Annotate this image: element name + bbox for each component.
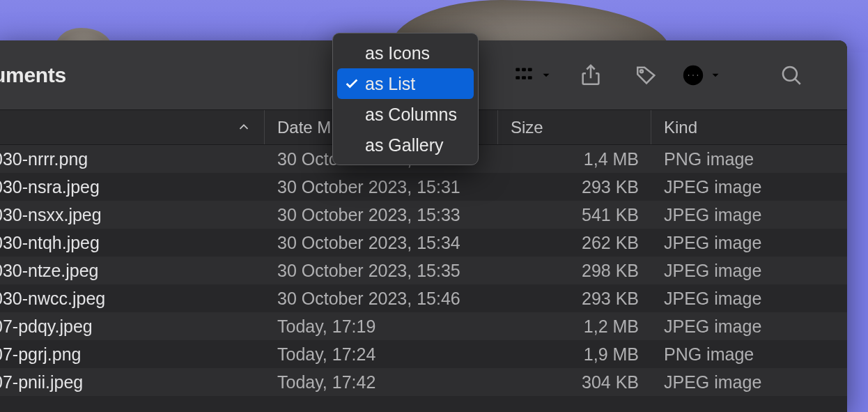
file-size: 293 KB <box>498 289 651 309</box>
file-kind: JPEG image <box>651 261 847 281</box>
file-date: 30 October 2023, 15:33 <box>265 205 498 225</box>
file-kind: JPEG image <box>651 205 847 225</box>
share-icon <box>579 63 603 87</box>
file-name: 030-nwcc.jpeg <box>0 289 265 309</box>
window-title: uments <box>0 63 66 87</box>
file-name: 030-nsra.jpeg <box>0 177 265 197</box>
menu-item-columns[interactable]: as Columns <box>337 99 474 130</box>
check-icon <box>344 76 359 91</box>
table-row[interactable]: 030-ntze.jpeg 30 October 2023, 15:35 298… <box>0 257 847 284</box>
sort-ascending-icon <box>236 120 251 135</box>
group-grid-icon <box>512 66 536 85</box>
tag-icon <box>635 63 658 87</box>
file-name: 07-pgrj.png <box>0 344 265 365</box>
file-size: 1,2 MB <box>498 316 651 337</box>
table-row[interactable]: 030-nsra.jpeg 30 October 2023, 15:31 293… <box>0 173 847 201</box>
table-row[interactable]: 030-nwcc.jpeg 30 October 2023, 15:46 293… <box>0 284 847 312</box>
file-kind: PNG image <box>651 344 847 365</box>
menu-item-icons[interactable]: as Icons <box>337 38 474 68</box>
svg-point-11 <box>783 66 797 80</box>
file-name: 030-nsxx.jpeg <box>0 205 265 225</box>
group-by-button[interactable] <box>512 66 552 85</box>
file-date: Today, 17:24 <box>265 344 498 365</box>
file-date: 30 October 2023, 15:35 <box>265 261 498 281</box>
share-button[interactable] <box>570 54 612 96</box>
svg-rect-1 <box>522 68 526 71</box>
file-kind: JPEG image <box>651 289 847 309</box>
column-header-kind[interactable]: Kind <box>651 118 847 137</box>
file-kind: JPEG image <box>651 177 847 197</box>
file-name: 030-nrrr.png <box>0 149 265 169</box>
more-actions-button[interactable] <box>681 63 722 87</box>
table-row[interactable]: 030-nsxx.jpeg 30 October 2023, 15:33 541… <box>0 201 847 229</box>
file-size: 1,9 MB <box>498 344 651 365</box>
menu-item-list[interactable]: as List <box>337 68 474 99</box>
table-row[interactable]: 030-ntqh.jpeg 30 October 2023, 15:34 262… <box>0 229 847 257</box>
svg-point-6 <box>640 70 643 73</box>
ellipsis-circle-icon <box>681 63 705 87</box>
table-row[interactable]: 07-pgrj.png Today, 17:24 1,9 MB PNG imag… <box>0 340 847 368</box>
table-row[interactable]: 07-pdqy.jpeg Today, 17:19 1,2 MB JPEG im… <box>0 312 847 340</box>
table-row[interactable]: 07-pnii.jpeg Today, 17:42 304 KB JPEG im… <box>0 368 847 396</box>
file-date: 30 October 2023, 15:46 <box>265 289 498 309</box>
svg-rect-2 <box>528 68 532 71</box>
file-date: Today, 17:42 <box>265 372 498 392</box>
file-size: 1,4 MB <box>498 149 651 169</box>
svg-rect-3 <box>516 76 520 79</box>
tags-button[interactable] <box>626 54 667 96</box>
svg-point-10 <box>697 75 698 75</box>
file-kind: JPEG image <box>651 233 847 253</box>
column-header-size[interactable]: Size <box>498 110 651 144</box>
file-size: 541 KB <box>498 205 651 225</box>
view-mode-menu: as Icons as List as Columns as Gallery <box>332 33 479 165</box>
file-size: 298 KB <box>498 261 651 281</box>
file-date: 30 October 2023, 15:34 <box>265 233 498 253</box>
column-header-name[interactable] <box>0 110 265 144</box>
file-size: 293 KB <box>498 177 651 197</box>
svg-rect-0 <box>516 68 520 71</box>
file-name: 07-pdqy.jpeg <box>0 316 265 337</box>
file-list: 030-nrrr.png 30 October 2023, 15:29 1,4 … <box>0 145 847 412</box>
file-kind: JPEG image <box>651 372 847 392</box>
svg-rect-5 <box>528 76 532 79</box>
svg-line-12 <box>795 79 800 84</box>
file-name: 030-ntqh.jpeg <box>0 233 265 253</box>
file-kind: JPEG image <box>651 316 847 337</box>
chevron-down-icon <box>709 69 722 82</box>
file-date: Today, 17:19 <box>265 316 498 337</box>
file-name: 030-ntze.jpeg <box>0 261 265 281</box>
file-size: 262 KB <box>498 233 651 253</box>
search-icon <box>780 63 803 87</box>
chevron-down-icon <box>540 69 552 82</box>
search-button[interactable] <box>770 54 812 96</box>
file-kind: PNG image <box>651 149 847 169</box>
file-name: 07-pnii.jpeg <box>0 372 265 392</box>
file-date: 30 October 2023, 15:31 <box>265 177 498 197</box>
menu-item-gallery[interactable]: as Gallery <box>337 130 474 160</box>
svg-point-9 <box>692 75 693 75</box>
file-size: 304 KB <box>498 372 651 392</box>
svg-rect-4 <box>522 76 526 79</box>
svg-point-8 <box>688 75 689 75</box>
